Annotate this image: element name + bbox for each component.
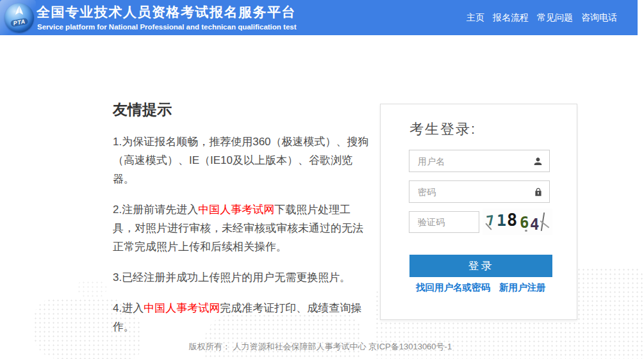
tip-3-text: 3.已经注册并成功上传照片的用户无需更换照片。 xyxy=(113,271,351,283)
site-subtitle: Service platform for National Profession… xyxy=(37,23,297,31)
new-user-register-link[interactable]: 新用户注册 xyxy=(499,282,546,294)
nav-registration-process[interactable]: 报名流程 xyxy=(493,12,529,24)
page-root: PTA 全国专业技术人员资格考试报名服务平台 Service platform … xyxy=(0,0,644,359)
tip-4-prefix: 4.进入 xyxy=(113,302,144,314)
password-field-wrapper xyxy=(409,180,550,203)
shuttlecock-emblem-icon xyxy=(10,5,28,19)
captcha-digit: 6 xyxy=(520,214,529,232)
username-input[interactable] xyxy=(409,150,549,172)
captcha-noise-dot xyxy=(525,230,527,232)
pta-globe-icon: PTA xyxy=(4,3,34,33)
captcha-digit: 8 xyxy=(507,210,517,230)
site-title: 全国专业技术人员资格考试报名服务平台 xyxy=(37,3,296,21)
tip-item-3: 3.已经注册并成功上传照片的用户无需更换照片。 xyxy=(113,268,371,287)
user-icon xyxy=(533,156,543,166)
cpta-website-link[interactable]: 中国人事考试网 xyxy=(198,203,274,216)
login-button[interactable]: 登录 xyxy=(409,255,552,277)
tip-2-prefix: 2.注册前请先进入 xyxy=(113,203,198,216)
username-field-wrapper xyxy=(409,150,550,172)
login-heading: 考生登录: xyxy=(409,120,476,139)
tips-heading: 友情提示 xyxy=(113,100,371,120)
site-header: PTA 全国专业技术人员资格考试报名服务平台 Service platform … xyxy=(0,0,638,35)
captcha-digit: 1 xyxy=(497,211,506,230)
worldmap-dots-small xyxy=(77,280,106,297)
lock-icon xyxy=(533,186,543,197)
header-nav: 主页 报名流程 常见问题 咨询电话 xyxy=(466,0,617,35)
forgot-credentials-link[interactable]: 找回用户名或密码 xyxy=(416,282,490,294)
nav-home[interactable]: 主页 xyxy=(466,12,484,24)
captcha-digit: 4 xyxy=(530,216,539,234)
tip-item-4: 4.进入中国人事考试网完成准考证打印、成绩查询操作。 xyxy=(113,299,371,336)
captcha-field-wrapper xyxy=(409,211,479,233)
tip-item-2: 2.注册前请先进入中国人事考试网下载照片处理工具，对照片进行审核，未经审核或审核… xyxy=(113,200,371,256)
nav-faq[interactable]: 常见问题 xyxy=(537,12,573,24)
captcha-image[interactable]: 7 1 8 6 4 xyxy=(483,209,552,235)
login-panel: 考生登录: 7 1 8 xyxy=(380,104,577,320)
captcha-digit: 7 xyxy=(485,212,495,229)
tip-item-1: 1.为保证报名顺畅，推荐使用360（极速模式）、搜狗（高速模式）、IE（IE10… xyxy=(113,132,371,188)
cpta-website-link-2[interactable]: 中国人事考试网 xyxy=(144,302,220,314)
captcha-input[interactable] xyxy=(409,212,479,232)
footer-copyright: 版权所有： 人力资源和社会保障部人事考试中心 京ICP备13013060号-1 xyxy=(0,341,641,353)
password-input[interactable] xyxy=(409,181,549,202)
tips-section: 友情提示 1.为保证报名顺畅，推荐使用360（极速模式）、搜狗（高速模式）、IE… xyxy=(113,100,371,348)
pta-logo[interactable]: PTA xyxy=(4,3,35,33)
nav-hotline[interactable]: 咨询电话 xyxy=(581,12,617,24)
tip-1-text: 1.为保证报名顺畅，推荐使用360（极速模式）、搜狗（高速模式）、IE（IE10… xyxy=(113,136,369,185)
